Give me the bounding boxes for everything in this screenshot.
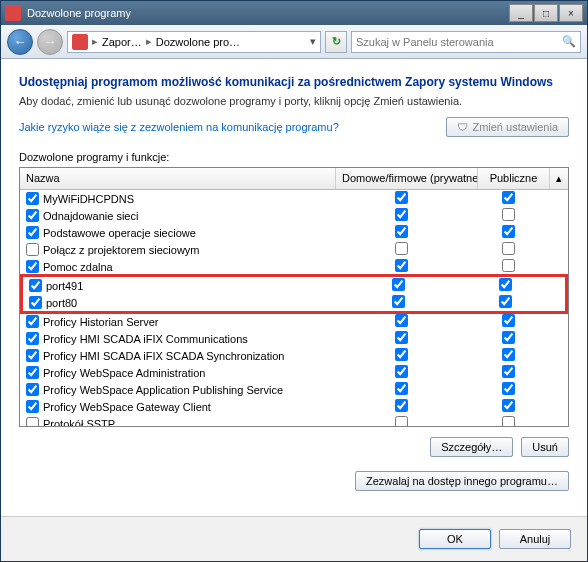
crumb-1[interactable]: Zapor… [102,36,142,48]
enable-checkbox[interactable] [29,279,42,292]
nav-bar: ← → ▸ Zapor… ▸ Dozwolone pro… ▾ ↻ Szukaj… [1,25,587,59]
table-row[interactable]: Proficy HMI SCADA iFIX SCADA Synchroniza… [20,347,568,364]
enable-checkbox[interactable] [26,315,39,328]
private-checkbox[interactable] [392,295,405,308]
public-checkbox[interactable] [499,278,512,291]
private-checkbox[interactable] [395,365,408,378]
row-name: Proficy Historian Server [43,316,159,328]
allow-another-button[interactable]: Zezwalaj na dostęp innego programu… [355,471,569,491]
dropdown-icon[interactable]: ▾ [310,35,316,48]
private-checkbox[interactable] [395,259,408,272]
public-checkbox[interactable] [502,259,515,272]
col-private[interactable]: Domowe/firmowe (prywatne) [336,168,478,189]
table-row[interactable]: port80 [23,294,565,311]
enable-checkbox[interactable] [26,260,39,273]
row-name: port491 [46,280,83,292]
programs-table: Nazwa Domowe/firmowe (prywatne) Publiczn… [19,167,569,427]
breadcrumb[interactable]: ▸ Zapor… ▸ Dozwolone pro… ▾ [67,31,321,53]
public-checkbox[interactable] [502,365,515,378]
public-checkbox[interactable] [502,382,515,395]
public-checkbox[interactable] [502,348,515,361]
private-checkbox[interactable] [395,331,408,344]
enable-checkbox[interactable] [26,400,39,413]
row-name: Proficy WebSpace Gateway Client [43,401,211,413]
window: Dozwolone programy _ □ × ← → ▸ Zapor… ▸ … [0,0,588,562]
enable-checkbox[interactable] [26,366,39,379]
maximize-button[interactable]: □ [534,4,558,22]
cancel-button[interactable]: Anuluj [499,529,571,549]
public-checkbox[interactable] [499,295,512,308]
details-button[interactable]: Szczegóły… [430,437,513,457]
minimize-button[interactable]: _ [509,4,533,22]
remove-button[interactable]: Usuń [521,437,569,457]
public-checkbox[interactable] [502,331,515,344]
enable-checkbox[interactable] [26,243,39,256]
scroll-up-button[interactable]: ▴ [550,168,568,189]
table-row[interactable]: Proficy Historian Server [20,313,568,330]
table-row[interactable]: Pomoc zdalna [20,258,568,275]
forward-button[interactable]: → [37,29,63,55]
content-area: Udostępniaj programom możliwość komunika… [1,59,587,516]
search-placeholder: Szukaj w Panelu sterowania [356,36,494,48]
table-row[interactable]: Proficy HMI SCADA iFIX Communications [20,330,568,347]
enable-checkbox[interactable] [26,226,39,239]
private-checkbox[interactable] [395,242,408,255]
private-checkbox[interactable] [395,399,408,412]
table-row[interactable]: Proficy WebSpace Gateway Client [20,398,568,415]
enable-checkbox[interactable] [26,192,39,205]
table-row[interactable]: Odnajdowanie sieci [20,207,568,224]
table-row[interactable]: Proficy WebSpace Application Publishing … [20,381,568,398]
back-button[interactable]: ← [7,29,33,55]
private-checkbox[interactable] [395,314,408,327]
col-public[interactable]: Publiczne [478,168,550,189]
public-checkbox[interactable] [502,208,515,221]
table-row[interactable]: Proficy WebSpace Administration [20,364,568,381]
table-row[interactable]: Podstawowe operacje sieciowe [20,224,568,241]
public-checkbox[interactable] [502,399,515,412]
private-checkbox[interactable] [395,348,408,361]
search-input[interactable]: Szukaj w Panelu sterowania 🔍 [351,31,581,53]
public-checkbox[interactable] [502,191,515,204]
row-name: Odnajdowanie sieci [43,210,138,222]
row-name: Proficy HMI SCADA iFIX Communications [43,333,248,345]
enable-checkbox[interactable] [26,349,39,362]
risk-link[interactable]: Jakie ryzyko wiąże się z zezwoleniem na … [19,121,339,133]
public-checkbox[interactable] [502,416,515,426]
chevron-right-icon: ▸ [146,35,152,48]
titlebar[interactable]: Dozwolone programy _ □ × [1,1,587,25]
public-checkbox[interactable] [502,225,515,238]
private-checkbox[interactable] [395,225,408,238]
enable-checkbox[interactable] [26,417,39,426]
private-checkbox[interactable] [395,416,408,426]
page-heading: Udostępniaj programom możliwość komunika… [19,75,569,89]
table-row[interactable]: MyWiFiDHCPDNS [20,190,568,207]
col-name[interactable]: Nazwa [20,168,336,189]
private-checkbox[interactable] [392,278,405,291]
table-body: MyWiFiDHCPDNS Odnajdowanie sieci Podstaw… [20,190,568,426]
app-icon [5,5,21,21]
search-icon: 🔍 [562,35,576,48]
enable-checkbox[interactable] [26,383,39,396]
public-checkbox[interactable] [502,314,515,327]
refresh-button[interactable]: ↻ [325,31,347,53]
chevron-right-icon: ▸ [92,35,98,48]
ok-button[interactable]: OK [419,529,491,549]
row-name: Połącz z projektorem sieciowym [43,244,200,256]
crumb-2[interactable]: Dozwolone pro… [156,36,240,48]
close-button[interactable]: × [559,4,583,22]
enable-checkbox[interactable] [26,332,39,345]
public-checkbox[interactable] [502,242,515,255]
row-name: Pomoc zdalna [43,261,113,273]
group-label: Dozwolone programy i funkcje: [19,151,569,163]
private-checkbox[interactable] [395,208,408,221]
private-checkbox[interactable] [395,382,408,395]
table-row[interactable]: port491 [23,277,565,294]
enable-checkbox[interactable] [26,209,39,222]
enable-checkbox[interactable] [29,296,42,309]
private-checkbox[interactable] [395,191,408,204]
row-name: Proficy WebSpace Administration [43,367,205,379]
change-settings-button[interactable]: Zmień ustawienia [446,117,569,137]
table-row[interactable]: Protokół SSTP [20,415,568,426]
table-row[interactable]: Połącz z projektorem sieciowym [20,241,568,258]
row-name: Protokół SSTP [43,418,115,427]
